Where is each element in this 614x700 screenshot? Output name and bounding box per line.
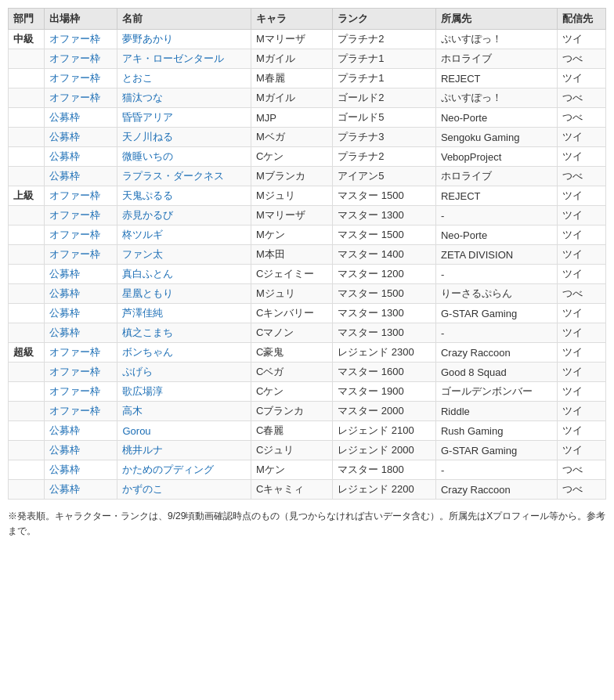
slot-cell[interactable]: 公募枠 [45,421,117,441]
org-cell: - [435,206,557,226]
name-link[interactable]: 桃井ルナ [122,444,163,456]
name-link[interactable]: 夢野あかり [122,33,173,45]
slot-link[interactable]: 公募枠 [49,170,80,182]
slot-cell[interactable]: オファー枠 [45,363,117,382]
slot-cell[interactable]: オファー枠 [45,30,117,49]
name-link[interactable]: 歌広場淳 [122,385,163,397]
slot-link[interactable]: 公募枠 [49,268,80,280]
slot-link[interactable]: 公募枠 [49,307,80,319]
name-cell[interactable]: 高木 [117,402,251,421]
slot-link[interactable]: オファー枠 [49,33,100,45]
rank-cell: マスター 1500 [333,284,436,304]
slot-link[interactable]: オファー枠 [49,346,100,358]
slot-link[interactable]: 公募枠 [49,483,80,495]
name-link[interactable]: 槙之こまち [122,327,173,338]
slot-cell[interactable]: オファー枠 [45,206,117,226]
name-cell[interactable]: ラプラス・ダークネス [117,167,251,186]
name-cell[interactable]: 昏昏アリア [117,108,251,128]
name-cell[interactable]: 柊ツルギ [117,226,251,245]
name-cell[interactable]: 微睡いちの [117,147,251,167]
slot-cell[interactable]: 公募枠 [45,284,117,304]
slot-link[interactable]: 公募枠 [49,287,80,299]
name-link[interactable]: ボンちゃん [122,346,173,358]
slot-cell[interactable]: オファー枠 [45,226,117,245]
name-cell[interactable]: 夢野あかり [117,30,251,49]
name-cell[interactable]: とおこ [117,69,251,88]
slot-cell[interactable]: オファー枠 [45,49,117,69]
name-link[interactable]: とおこ [122,72,153,84]
name-cell[interactable]: ぷげら [117,363,251,382]
name-link[interactable]: 昏昏アリア [122,111,173,123]
name-link[interactable]: 芦澤佳純 [122,307,163,319]
slot-link[interactable]: オファー枠 [49,209,100,221]
name-cell[interactable]: 猫汰つな [117,88,251,108]
slot-link[interactable]: オファー枠 [49,92,100,103]
name-link[interactable]: 高木 [122,405,143,417]
slot-cell[interactable]: オファー枠 [45,245,117,265]
slot-cell[interactable]: オファー枠 [45,88,117,108]
slot-cell[interactable]: 公募枠 [45,167,117,186]
slot-link[interactable]: オファー枠 [49,52,100,64]
slot-link[interactable]: 公募枠 [49,464,80,475]
name-link[interactable]: 微睡いちの [122,150,173,162]
name-cell[interactable]: かずのこ [117,480,251,500]
slot-link[interactable]: オファー枠 [49,72,100,84]
slot-cell[interactable]: オファー枠 [45,402,117,421]
slot-link[interactable]: 公募枠 [49,327,80,338]
slot-cell[interactable]: 公募枠 [45,323,117,343]
slot-cell[interactable]: 公募枠 [45,265,117,284]
name-cell[interactable]: かためのプディング [117,460,251,480]
slot-link[interactable]: オファー枠 [49,248,100,260]
name-link[interactable]: 赤見かるび [122,209,173,221]
name-link[interactable]: 柊ツルギ [122,229,163,240]
slot-cell[interactable]: 公募枠 [45,108,117,128]
name-cell[interactable]: 赤見かるび [117,206,251,226]
name-link[interactable]: ファン太 [122,248,163,260]
slot-cell[interactable]: オファー枠 [45,382,117,402]
slot-cell[interactable]: 公募枠 [45,441,117,460]
slot-link[interactable]: 公募枠 [49,111,80,123]
name-link[interactable]: 天ノ川ねる [122,131,173,143]
name-link[interactable]: かずのこ [122,483,163,495]
name-cell[interactable]: 槙之こまち [117,323,251,343]
name-link[interactable]: かためのプディング [122,464,214,475]
slot-link[interactable]: オファー枠 [49,189,100,201]
name-link[interactable]: Gorou [122,425,150,437]
name-link[interactable]: ラプラス・ダークネス [122,170,224,182]
name-cell[interactable]: 天鬼ぷるる [117,186,251,206]
slot-cell[interactable]: オファー枠 [45,343,117,363]
table-row: 公募枠天ノ川ねるMベガプラチナ3Sengoku Gamingツイ [9,128,606,147]
name-link[interactable]: 天鬼ぷるる [122,189,173,201]
name-cell[interactable]: Gorou [117,421,251,441]
name-cell[interactable]: 天ノ川ねる [117,128,251,147]
name-cell[interactable]: 真白ふとん [117,265,251,284]
slot-link[interactable]: 公募枠 [49,131,80,143]
name-link[interactable]: 真白ふとん [122,268,173,280]
slot-link[interactable]: 公募枠 [49,150,80,162]
slot-link[interactable]: オファー枠 [49,229,100,240]
name-cell[interactable]: 歌広場淳 [117,382,251,402]
name-cell[interactable]: ファン太 [117,245,251,265]
slot-cell[interactable]: 公募枠 [45,460,117,480]
slot-cell[interactable]: オファー枠 [45,186,117,206]
slot-cell[interactable]: 公募枠 [45,128,117,147]
name-link[interactable]: アキ・ローゼンタール [122,52,224,64]
slot-cell[interactable]: 公募枠 [45,304,117,323]
name-link[interactable]: ぷげら [122,366,153,377]
name-cell[interactable]: 芦澤佳純 [117,304,251,323]
slot-link[interactable]: 公募枠 [49,424,80,436]
name-cell[interactable]: 桃井ルナ [117,441,251,460]
slot-link[interactable]: オファー枠 [49,366,100,377]
name-link[interactable]: 星凰ともり [122,287,173,299]
slot-link[interactable]: 公募枠 [49,444,80,456]
slot-cell[interactable]: 公募枠 [45,480,117,500]
slot-link[interactable]: オファー枠 [49,405,100,417]
name-cell[interactable]: ボンちゃん [117,343,251,363]
name-link[interactable]: 猫汰つな [122,92,163,103]
slot-cell[interactable]: 公募枠 [45,147,117,167]
name-cell[interactable]: 星凰ともり [117,284,251,304]
name-cell[interactable]: アキ・ローゼンタール [117,49,251,69]
slot-link[interactable]: オファー枠 [49,385,100,397]
division-cell [9,226,45,245]
slot-cell[interactable]: オファー枠 [45,69,117,88]
